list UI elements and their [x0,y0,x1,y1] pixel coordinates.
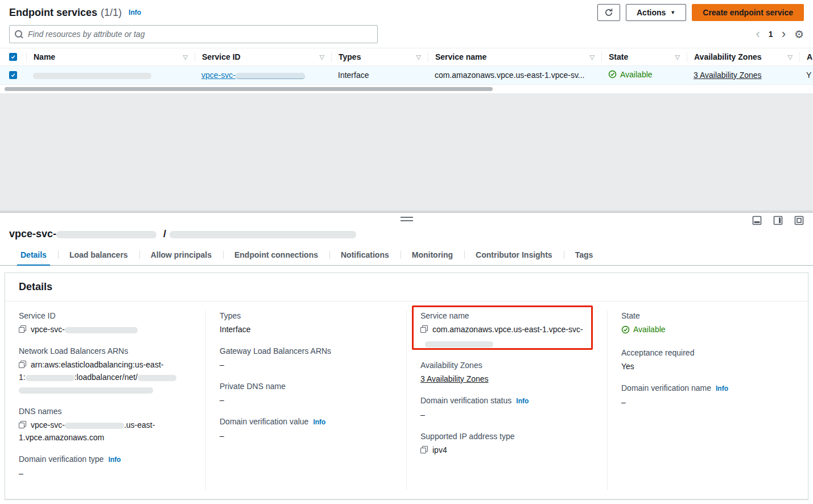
info-link[interactable]: Info [313,418,325,426]
tab-endpoint-connections[interactable]: Endpoint connections [223,245,329,265]
availability-zones-link[interactable]: 3 Availability Zones [694,71,762,80]
refresh-button[interactable] [597,4,620,21]
info-link[interactable]: Info [108,456,121,464]
previous-page-icon[interactable]: ‹ [756,28,760,40]
column-header-state[interactable]: State ▽ [601,52,687,62]
endpoint-services-table: Name ▽ Service ID ▽ Types ▽ Service name… [0,48,813,93]
horizontal-scrollbar[interactable] [5,87,493,91]
next-page-icon[interactable]: › [782,28,786,40]
copy-icon[interactable] [19,421,26,428]
search-input[interactable] [28,30,372,39]
panel-title-separator: / [163,228,166,239]
settings-gear-icon[interactable]: ⚙ [794,28,804,41]
column-header-name[interactable]: Name ▽ [26,52,195,62]
endpoint-services-list-section: Endpoint services (1/1) Info Actions ▼ C… [0,0,813,93]
create-endpoint-service-button[interactable]: Create endpoint service [692,4,804,21]
service-id-link[interactable]: vpce-svc- [201,71,236,80]
field-value: – [19,467,192,480]
field-value: – [220,429,393,442]
refresh-icon [604,8,613,17]
check-circle-icon [608,70,617,79]
cell-acceptance: Y [799,71,813,80]
filter-icon[interactable]: ▽ [675,53,680,61]
column-header-types[interactable]: Types ▽ [331,52,428,62]
column-header-availability-zones[interactable]: Availability Zones ▽ [687,52,799,62]
field-value: Interface [220,323,393,336]
field-value: vpce-svc- [19,323,192,336]
field-label: Domain verification nameInfo [621,383,794,394]
status-text: Available [620,70,653,79]
filter-icon[interactable]: ▽ [416,53,421,61]
field-dns-names: DNS names vpce-svc-.us-east- 1.vpce.amaz… [19,406,192,444]
copy-icon[interactable] [19,325,26,333]
field-glb-arns: Gateway Load Balancers ARNs – [220,346,393,371]
copy-icon[interactable] [420,325,428,333]
availability-zones-link[interactable]: 3 Availability Zones [420,374,489,383]
field-state: State Available [621,311,794,337]
tab-monitoring[interactable]: Monitoring [401,245,464,265]
field-value: 3 Availability Zones [420,373,593,385]
column-header-service-id[interactable]: Service ID ▽ [195,52,331,62]
info-link[interactable]: Info [516,397,529,405]
field-label: Service name [420,311,593,321]
column-header-acceptance[interactable]: A [799,52,813,62]
cell-types: Interface [331,71,428,80]
field-availability-zones: Availability Zones 3 Availability Zones [420,360,593,385]
column-label: A [807,52,812,61]
tab-load-balancers[interactable]: Load balancers [58,245,139,265]
tab-contributor-insights[interactable]: Contributor Insights [464,245,564,265]
panel-tabs: Details Load balancers Allow principals … [0,245,813,266]
search-box[interactable] [9,25,378,43]
dns-text: .us-east- [124,420,155,429]
panel-title: vpce-svc-/ [0,225,813,245]
ip-type-text: ipv4 [432,445,447,455]
table-header-row: Name ▽ Service ID ▽ Types ▽ Service name… [0,48,813,66]
split-panel-bottom-icon[interactable] [752,216,762,225]
redacted-text [19,387,153,394]
select-all-checkbox[interactable] [9,53,17,61]
filter-icon[interactable]: ▽ [788,53,793,61]
field-supported-ip-address-type: Supported IP address type ipv4 [420,431,593,456]
tab-details[interactable]: Details [9,245,58,265]
filter-icon[interactable]: ▽ [183,53,188,61]
row-checkbox[interactable] [9,71,17,79]
redacted-text [26,375,75,381]
split-panel-drag-handle[interactable] [401,217,413,221]
dns-text: vpce-svc- [31,420,65,429]
info-link[interactable]: Info [129,9,141,16]
field-label: Domain verification statusInfo [420,395,593,406]
copy-icon[interactable] [420,446,428,453]
field-value: – [220,358,393,371]
tab-notifications[interactable]: Notifications [329,245,401,265]
cell-state: Available [601,70,687,81]
panel-layout-controls [752,216,804,225]
column-label: Types [339,52,361,61]
split-panel-side-icon[interactable] [773,216,783,225]
check-circle-icon [621,325,630,334]
filter-icon[interactable]: ▽ [590,53,595,61]
select-all-cell [0,52,26,62]
split-panel-fullscreen-icon[interactable] [794,216,804,225]
field-label: Supported IP address type [420,431,593,441]
table-row[interactable]: vpce-svc- Interface com.amazonaws.vpce.u… [0,66,813,85]
field-label: State [621,311,794,321]
tab-allow-principals[interactable]: Allow principals [139,245,223,265]
field-label: Domain verification valueInfo [220,416,393,427]
copy-icon[interactable] [19,361,26,368]
redacted-text [65,327,138,333]
row-select-cell [0,71,26,79]
redacted-text [138,375,176,381]
actions-button[interactable]: Actions ▼ [626,4,686,21]
info-link[interactable]: Info [716,385,728,393]
panel-title-prefix: vpce-svc- [9,228,56,239]
filter-icon[interactable]: ▽ [320,53,324,61]
field-value: Yes [621,360,794,373]
field-domain-verification-name: Domain verification nameInfo – [621,383,794,408]
redacted-title-name [170,231,356,238]
current-page-number[interactable]: 1 [769,30,773,39]
tab-tags[interactable]: Tags [564,245,605,265]
redacted-text [425,341,493,348]
arn-text: arn:aws:elasticloadbalancing:us-east- [31,360,163,369]
column-header-service-name[interactable]: Service name ▽ [428,52,601,62]
cell-availability-zones: 3 Availability Zones [687,71,799,80]
